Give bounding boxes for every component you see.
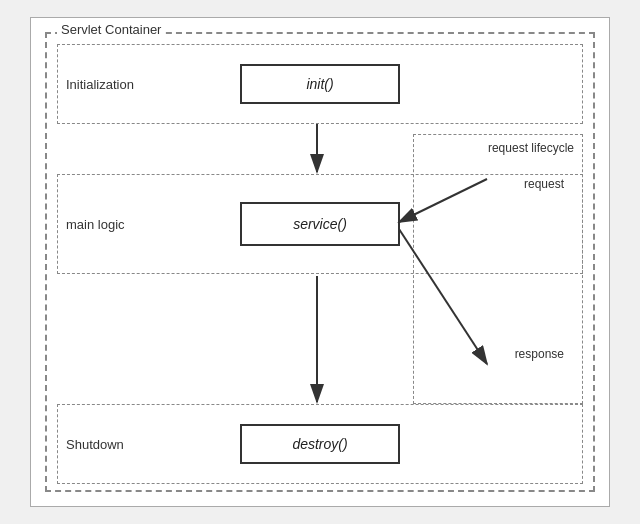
request-lifecycle-box: request lifecycle request response	[413, 134, 583, 404]
servlet-container-label: Servlet Container	[57, 22, 165, 37]
destroy-box: destroy()	[240, 424, 400, 464]
init-box: init()	[240, 64, 400, 104]
init-section-label: Initialization	[66, 77, 134, 92]
request-lifecycle-label: request lifecycle	[488, 141, 574, 155]
shutdown-section-label: Shutdown	[66, 437, 124, 452]
request-label: request	[524, 177, 564, 191]
response-label: response	[515, 347, 564, 361]
service-box: service()	[240, 202, 400, 246]
servlet-container: Servlet Container Initialization init() …	[45, 32, 595, 492]
diagram-wrapper: Servlet Container Initialization init() …	[30, 17, 610, 507]
main-section-label: main logic	[66, 217, 125, 232]
init-section: Initialization init()	[57, 44, 583, 124]
shutdown-section: Shutdown destroy()	[57, 404, 583, 484]
